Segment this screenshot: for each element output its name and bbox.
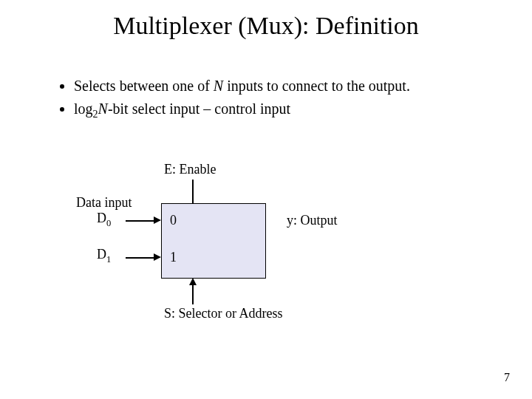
d1-sub: 1 (106, 254, 111, 265)
d0-arrow-head (154, 216, 161, 224)
d0-letter: D (97, 211, 106, 225)
mux-diagram: E: Enable Data input D0 D1 0 1 y: Output… (0, 0, 532, 399)
output-label: y: Output (287, 213, 338, 228)
bullet-2-sub: 2 (93, 109, 98, 120)
data-input-label: Data input (76, 195, 132, 211)
selector-line (192, 284, 194, 304)
bullet-1: Selects between one of N inputs to conne… (74, 75, 410, 97)
d1-arrow-line (126, 257, 155, 259)
mux-in0: 0 (170, 213, 177, 228)
bullet-2-log: log (74, 100, 93, 117)
page-number: 7 (504, 371, 510, 384)
slide: Multiplexer (Mux): Definition Selects be… (0, 0, 532, 399)
mux-in1: 1 (170, 250, 177, 265)
enable-label: E: Enable (164, 162, 216, 177)
d1-label: D1 (97, 247, 111, 265)
d0-sub: 0 (106, 218, 111, 228)
mux-box (161, 203, 266, 279)
d1-arrow-head (154, 253, 161, 261)
bullet-2: log2N-bit select input – control input (74, 98, 410, 122)
bullet-1-text-a: Selects between one of (74, 78, 214, 94)
enable-line (192, 180, 194, 203)
bullet-1-N: N (214, 78, 223, 94)
d0-label: D0 (97, 211, 111, 229)
slide-title: Multiplexer (Mux): Definition (0, 12, 532, 40)
d0-arrow-line (126, 220, 155, 222)
d1-letter: D (97, 247, 106, 262)
bullet-2-N: N (98, 100, 108, 117)
selector-arrow-head (189, 278, 197, 285)
bullet-2-post: -bit select input – control input (108, 100, 290, 117)
bullet-1-text-b: inputs to connect to the output. (223, 78, 410, 94)
selector-label: S: Selector or Address (164, 306, 282, 321)
bullet-list: Selects between one of N inputs to conne… (44, 75, 410, 123)
